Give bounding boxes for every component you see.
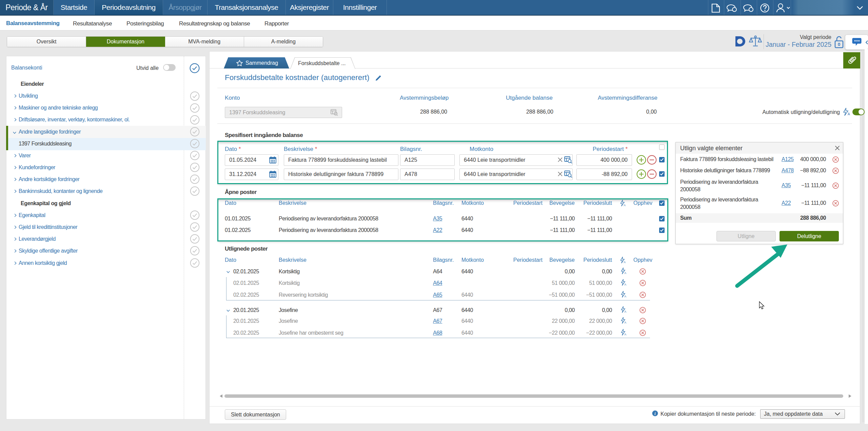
svg-text:A: A [625, 310, 627, 313]
svg-text:A: A [624, 203, 626, 207]
svg-text:A: A [625, 271, 627, 274]
svg-text:A: A [625, 295, 627, 298]
svg-text:A: A [625, 321, 627, 324]
svg-text:A: A [624, 260, 626, 263]
svg-text:A: A [848, 112, 850, 116]
svg-text:A: A [625, 333, 627, 336]
svg-text:A: A [625, 283, 627, 286]
